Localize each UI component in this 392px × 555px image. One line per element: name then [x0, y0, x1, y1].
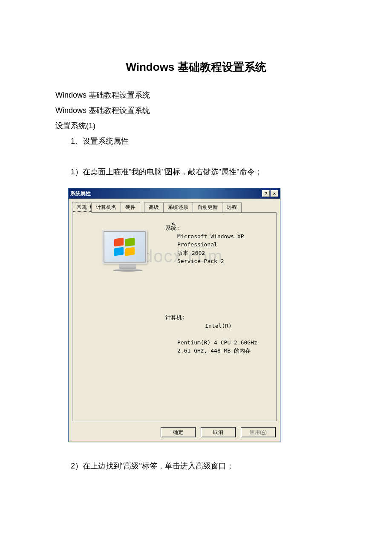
system-line-1: Microsoft Windows XP: [177, 232, 244, 241]
tab-strip: 常规 计算机名 硬件 高级 系统还原 自动更新 远程: [69, 199, 280, 212]
tab-auto-update[interactable]: 自动更新: [193, 202, 222, 212]
windows-logo-icon: [114, 238, 135, 255]
system-line-2: Professional: [177, 240, 244, 249]
title-text: 系统属性: [70, 190, 91, 197]
computer-info: 计算机: Intel(R) Pentium(R) 4 CPU 2.60GHz 2…: [165, 313, 257, 355]
computer-line-3: 2.61 GHz, 448 MB 的内存: [177, 347, 257, 355]
close-button[interactable]: ×: [271, 190, 278, 197]
computer-line-2: Pentium(R) 4 CPU 2.60GHz: [177, 338, 257, 347]
monitor-icon: [102, 230, 153, 277]
line-1: Windows 基础教程设置系统: [55, 87, 337, 103]
step-1-heading: 1、设置系统属性: [55, 133, 337, 149]
button-row: 确定 取消 应用(A): [69, 425, 280, 442]
system-line-4: Service Pack 2: [177, 257, 244, 266]
tab-system-restore[interactable]: 系统还原: [163, 202, 193, 212]
page-title: Windows 基础教程设置系统: [55, 60, 337, 75]
body-content-2: 2）在上边找到"高级"标签，单击进入高级窗口；: [55, 458, 337, 474]
apply-label: 应用(A): [250, 429, 267, 436]
title-bar[interactable]: 系统属性 ? ×: [69, 188, 280, 199]
system-properties-dialog: 系统属性 ? × 常规 计算机名 硬件 高级 系统还原 自动更新 远程 ↖ w.…: [68, 188, 280, 442]
ok-button[interactable]: 确定: [161, 427, 196, 437]
system-info: 系统: Microsoft Windows XP Professional 版本…: [165, 224, 244, 266]
system-line-3: 版本 2002: [177, 249, 244, 257]
computer-line-1: Intel(R): [177, 322, 257, 330]
tab-computer-name[interactable]: 计算机名: [91, 202, 121, 212]
line-2: Windows 基础教程设置系统: [55, 103, 337, 118]
line-3: 设置系统(1): [55, 118, 337, 133]
step-1-body: 1）在桌面上瞄准"我的电脑"图标，敲右键选"属性"命令；: [55, 164, 337, 179]
tab-general[interactable]: 常规: [72, 202, 92, 213]
help-button[interactable]: ?: [262, 190, 270, 197]
step-2-body: 2）在上边找到"高级"标签，单击进入高级窗口；: [55, 458, 337, 474]
tab-advanced[interactable]: 高级: [144, 202, 164, 212]
apply-button[interactable]: 应用(A): [241, 427, 276, 437]
computer-label: 计算机:: [165, 313, 257, 322]
tab-hardware[interactable]: 硬件: [121, 202, 140, 212]
system-label: 系统:: [165, 224, 244, 232]
tab-content: ↖ w.bdocx.com 系统: Microsoft Window: [72, 212, 277, 421]
cancel-button[interactable]: 取消: [201, 427, 236, 437]
body-content: Windows 基础教程设置系统 Windows 基础教程设置系统 设置系统(1…: [55, 87, 337, 179]
tab-remote[interactable]: 远程: [222, 202, 242, 212]
